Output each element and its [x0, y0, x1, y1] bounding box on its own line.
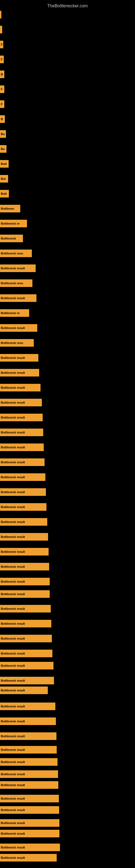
- bar-21: Bottleneck result: [0, 324, 37, 332]
- bar-label-35: Bottleneck result: [1, 535, 25, 538]
- bar-56: Bottleneck result: [0, 819, 59, 827]
- bar-label-51: Bottleneck result: [1, 760, 25, 764]
- bar-label-43: Bottleneck result: [1, 652, 25, 655]
- bar-label-54: Bottleneck result: [1, 797, 25, 800]
- bar-label-5: F: [1, 88, 3, 91]
- bar-item-46: Bottleneck result: [0, 686, 48, 694]
- bar-item-3: F: [0, 56, 4, 63]
- bar-item-32: Bottleneck result: [0, 488, 46, 496]
- bar-14: Bottleneck re: [0, 220, 27, 227]
- bar-item-30: Bottleneck result: [0, 458, 45, 466]
- bar-label-3: F: [1, 58, 3, 61]
- bar-4: B: [0, 70, 4, 78]
- bar-39: Bottleneck result: [0, 590, 50, 598]
- bar-label-27: Bottleneck result: [1, 416, 25, 419]
- bar-label-50: Bottleneck result: [1, 748, 25, 751]
- bar-19: Bottleneck result: [0, 294, 37, 302]
- bar-item-41: Bottleneck result: [0, 620, 51, 627]
- bar-18: Bottleneck resu: [0, 279, 32, 287]
- bar-label-58: Bottleneck result: [1, 846, 25, 849]
- bar-15: Bottleneck: [0, 235, 23, 242]
- bar-item-43: Bottleneck result: [0, 650, 52, 657]
- bar-7: B: [0, 115, 5, 123]
- bar-item-6: F: [0, 100, 4, 108]
- bar-item-58: Bottleneck result: [0, 844, 60, 851]
- bar-8: Bo: [0, 130, 6, 138]
- bar-20: Bottleneck re: [0, 309, 29, 317]
- bar-label-12: Bott: [1, 192, 7, 195]
- bar-label-52: Bottleneck result: [1, 773, 25, 776]
- bar-item-28: Bottleneck result: [0, 429, 43, 436]
- bar-label-44: Bottleneck result: [1, 664, 25, 667]
- bar-label-38: Bottleneck result: [1, 580, 25, 583]
- bar-item-7: B: [0, 115, 5, 123]
- bar-label-11: Bot: [1, 177, 6, 180]
- bar-item-26: Bottleneck result: [0, 399, 42, 406]
- bar-label-10: Bott: [1, 162, 7, 165]
- bar-25: Bottleneck result: [0, 384, 41, 392]
- bar-item-38: Bottleneck result: [0, 578, 50, 585]
- bar-item-2: F: [0, 41, 3, 48]
- bar-label-57: Bottleneck result: [1, 832, 25, 835]
- bar-item-11: Bot: [0, 175, 8, 183]
- bar-item-49: Bottleneck result: [0, 733, 56, 740]
- bar-item-22: Bottleneck resu: [0, 339, 34, 347]
- bar-label-15: Bottleneck: [1, 237, 16, 240]
- bar-item-50: Bottleneck result: [0, 746, 57, 753]
- bar-item-19: Bottleneck result: [0, 294, 37, 302]
- bar-label-16: Bottleneck resu: [1, 252, 23, 255]
- bar-51: Bottleneck result: [0, 758, 57, 766]
- bar-label-7: B: [1, 118, 3, 121]
- bar-53: Bottleneck result: [0, 781, 58, 789]
- bar-label-49: Bottleneck result: [1, 735, 25, 738]
- bar-label-47: Bottleneck result: [1, 705, 25, 708]
- bar-label-28: Bottleneck result: [1, 431, 25, 434]
- bar-label-56: Bottleneck result: [1, 822, 25, 825]
- bar-label-48: Bottleneck result: [1, 720, 25, 723]
- bar-item-57: Bottleneck result: [0, 830, 59, 837]
- bar-59: Bottleneck result: [0, 854, 57, 862]
- bar-label-36: Bottleneck result: [1, 550, 25, 553]
- bar-label-33: Bottleneck result: [1, 505, 25, 508]
- bar-item-14: Bottleneck re: [0, 220, 27, 227]
- bar-item-47: Bottleneck result: [0, 703, 55, 710]
- bar-label-8: Bo: [1, 132, 5, 135]
- bar-item-52: Bottleneck result: [0, 770, 58, 778]
- bar-item-1: [0, 26, 2, 33]
- bar-item-5: F: [0, 86, 4, 93]
- bar-item-20: Bottleneck re: [0, 309, 29, 317]
- bar-17: Bottleneck result: [0, 265, 36, 272]
- bar-label-4: B: [1, 73, 3, 76]
- bar-label-59: Bottleneck result: [1, 856, 25, 859]
- bar-43: Bottleneck result: [0, 650, 52, 657]
- bar-37: Bottleneck result: [0, 563, 49, 570]
- bar-0: [0, 11, 1, 19]
- bar-label-20: Bottleneck re: [1, 311, 20, 315]
- bar-label-21: Bottleneck result: [1, 326, 25, 330]
- bar-label-34: Bottleneck result: [1, 520, 25, 524]
- bar-23: Bottleneck result: [0, 354, 38, 362]
- bar-label-41: Bottleneck result: [1, 622, 25, 625]
- bar-label-29: Bottleneck result: [1, 446, 25, 449]
- bar-item-29: Bottleneck result: [0, 443, 44, 451]
- bar-label-13: Bottlenec: [1, 207, 14, 210]
- bar-label-39: Bottleneck result: [1, 592, 25, 596]
- bar-28: Bottleneck result: [0, 429, 43, 436]
- bar-35: Bottleneck result: [0, 533, 48, 540]
- bar-item-23: Bottleneck result: [0, 354, 38, 362]
- bar-label-37: Bottleneck result: [1, 565, 25, 568]
- bar-32: Bottleneck result: [0, 488, 46, 496]
- bar-item-55: Bottleneck result: [0, 806, 59, 814]
- bar-2: F: [0, 41, 3, 48]
- bar-label-55: Bottleneck result: [1, 808, 25, 812]
- bar-33: Bottleneck result: [0, 503, 46, 511]
- bar-57: Bottleneck result: [0, 830, 59, 837]
- site-title: TheBottlenecker.com: [0, 1, 135, 10]
- bar-9: Bo: [0, 145, 6, 153]
- bar-item-17: Bottleneck result: [0, 265, 36, 272]
- bar-label-14: Bottleneck re: [1, 222, 20, 225]
- bar-item-36: Bottleneck result: [0, 548, 49, 556]
- bar-item-37: Bottleneck result: [0, 563, 49, 570]
- bar-31: Bottleneck result: [0, 473, 45, 481]
- bar-52: Bottleneck result: [0, 770, 58, 778]
